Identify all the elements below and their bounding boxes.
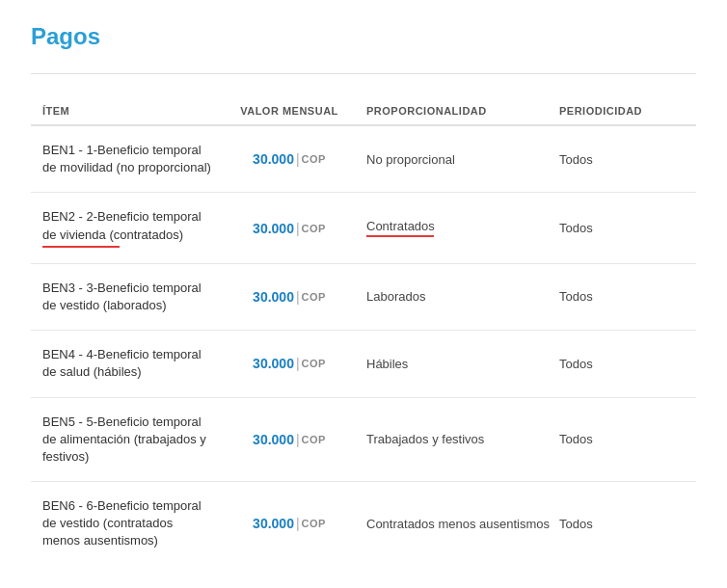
value-number-ben5: 30.000 bbox=[253, 432, 294, 447]
prop-cell-ben6: Contratados menos ausentismos bbox=[366, 517, 559, 531]
item-name-ben4: BEN4 - 4-Beneficio temporal de salud (há… bbox=[42, 346, 212, 381]
table-row: BEN6 - 6-Beneficio temporal de vestido (… bbox=[31, 482, 696, 566]
value-separator: | bbox=[296, 516, 300, 531]
value-cell-ben1: 30.000 | COP bbox=[212, 151, 366, 167]
period-cell-ben1: Todos bbox=[559, 152, 685, 167]
period-cell-ben4: Todos bbox=[559, 357, 685, 371]
table-row: BEN2 - 2-Beneficio temporal de vivienda … bbox=[31, 193, 696, 263]
page-title: Pagos bbox=[31, 23, 696, 50]
value-separator: | bbox=[296, 289, 300, 305]
value-number-ben1: 30.000 bbox=[253, 151, 294, 167]
value-number-ben6: 30.000 bbox=[253, 516, 294, 531]
prop-cell-ben1: No proporcional bbox=[366, 152, 559, 167]
value-number-ben4: 30.000 bbox=[253, 356, 294, 371]
value-cell-ben6: 30.000 | COP bbox=[212, 516, 366, 531]
value-currency-ben5: COP bbox=[302, 434, 326, 445]
item-name-ben1: BEN1 - 1-Beneficio temporal de movilidad… bbox=[42, 142, 212, 176]
period-cell-ben2: Todos bbox=[559, 221, 685, 235]
value-cell-ben2: 30.000 | COP bbox=[212, 221, 366, 236]
value-cell-ben4: 30.000 | COP bbox=[212, 356, 366, 371]
value-currency-ben4: COP bbox=[302, 358, 326, 369]
table-row: BEN3 - 3-Beneficio temporal de vestido (… bbox=[31, 264, 696, 331]
period-cell-ben6: Todos bbox=[559, 517, 685, 531]
header-periodicity: PERIODICIDAD bbox=[559, 105, 685, 117]
table-row: BEN1 - 1-Beneficio temporal de movilidad… bbox=[31, 126, 696, 193]
value-number-ben2: 30.000 bbox=[253, 221, 294, 236]
item-name-ben2: BEN2 - 2-Beneficio temporal de vivienda … bbox=[42, 208, 212, 247]
prop-cell-ben2: Contratados bbox=[366, 219, 559, 237]
value-currency-ben2: COP bbox=[302, 223, 326, 234]
table-header: ÍTEM VALOR MENSUAL PROPORCIONALIDAD PERI… bbox=[31, 97, 696, 126]
value-separator: | bbox=[296, 221, 300, 236]
page-container: Pagos ÍTEM VALOR MENSUAL PROPORCIONALIDA… bbox=[0, 0, 727, 588]
prop-cell-ben3: Laborados bbox=[366, 289, 559, 304]
value-currency-ben3: COP bbox=[302, 291, 326, 303]
header-value: VALOR MENSUAL bbox=[212, 105, 366, 117]
table-row: BEN5 - 5-Beneficio temporal de alimentac… bbox=[31, 398, 696, 483]
item-name-ben3: BEN3 - 3-Beneficio temporal de vestido (… bbox=[42, 280, 212, 314]
top-divider bbox=[31, 73, 696, 74]
value-cell-ben5: 30.000 | COP bbox=[212, 432, 366, 447]
value-number-ben3: 30.000 bbox=[253, 289, 294, 305]
payments-table: ÍTEM VALOR MENSUAL PROPORCIONALIDAD PERI… bbox=[31, 97, 696, 566]
item-name-ben6: BEN6 - 6-Beneficio temporal de vestido (… bbox=[42, 497, 212, 550]
table-row: BEN4 - 4-Beneficio temporal de salud (há… bbox=[31, 331, 696, 397]
header-item: ÍTEM bbox=[42, 105, 212, 117]
value-currency-ben6: COP bbox=[302, 518, 326, 529]
prop-cell-ben4: Hábiles bbox=[366, 357, 559, 371]
value-cell-ben3: 30.000 | COP bbox=[212, 289, 366, 305]
period-cell-ben5: Todos bbox=[559, 432, 685, 446]
value-separator: | bbox=[296, 356, 300, 371]
value-currency-ben1: COP bbox=[302, 153, 326, 165]
value-separator: | bbox=[296, 151, 300, 167]
value-separator: | bbox=[296, 432, 300, 447]
period-cell-ben3: Todos bbox=[559, 289, 685, 304]
header-proportionality: PROPORCIONALIDAD bbox=[366, 105, 559, 117]
prop-cell-ben5: Trabajados y festivos bbox=[366, 432, 559, 446]
item-name-ben5: BEN5 - 5-Beneficio temporal de alimentac… bbox=[42, 414, 212, 467]
table-body: BEN1 - 1-Beneficio temporal de movilidad… bbox=[31, 126, 696, 566]
